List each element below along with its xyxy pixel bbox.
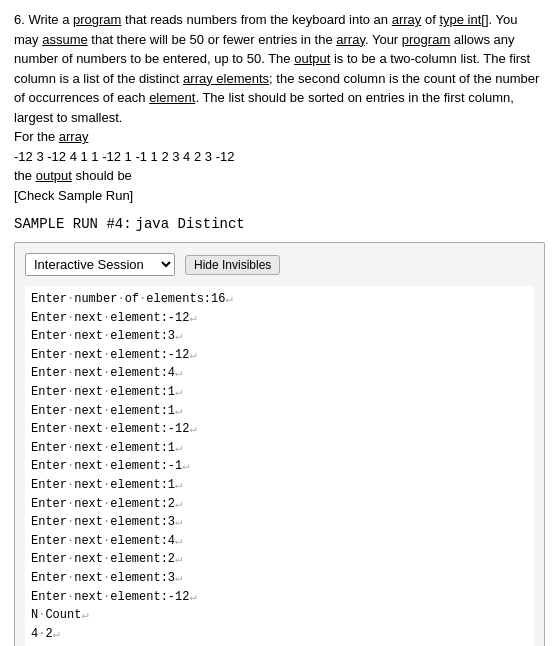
terminal-line: Enter·number·of·elements:16↵ bbox=[31, 290, 528, 309]
dot-char: · bbox=[67, 478, 74, 492]
dot-char: · bbox=[103, 552, 110, 566]
terminal-line: Enter·next·element:4↵ bbox=[31, 532, 528, 551]
dot-char: · bbox=[67, 422, 74, 436]
enter-char: ↵ bbox=[175, 441, 182, 455]
enter-char: ↵ bbox=[225, 292, 232, 306]
terminal-line: Enter·next·element:3↵ bbox=[31, 327, 528, 346]
terminal-line: N·Count↵ bbox=[31, 606, 528, 625]
dot-char: · bbox=[117, 292, 124, 306]
dot-char: · bbox=[67, 441, 74, 455]
enter-char: ↵ bbox=[175, 366, 182, 380]
dot-char: · bbox=[67, 590, 74, 604]
enter-char: ↵ bbox=[182, 459, 189, 473]
dot-char: · bbox=[38, 608, 45, 622]
dot-char: · bbox=[103, 385, 110, 399]
dot-char: · bbox=[139, 292, 146, 306]
dot-char: · bbox=[67, 292, 74, 306]
enter-char: ↵ bbox=[189, 590, 196, 604]
enter-char: ↵ bbox=[175, 571, 182, 585]
dot-char: · bbox=[103, 366, 110, 380]
terminal-line: Enter·next·element:3↵ bbox=[31, 513, 528, 532]
dot-char: · bbox=[103, 459, 110, 473]
hide-invisibles-button[interactable]: Hide Invisibles bbox=[185, 255, 280, 275]
terminal-line: Enter·next·element:2↵ bbox=[31, 550, 528, 569]
sample-run-command: java Distinct bbox=[136, 216, 245, 232]
dot-char: · bbox=[103, 571, 110, 585]
enter-char: ↵ bbox=[81, 608, 88, 622]
dot-char: · bbox=[38, 627, 45, 641]
dot-char: · bbox=[103, 404, 110, 418]
dot-char: · bbox=[103, 348, 110, 362]
main-container: 6. Write a program that reads numbers fr… bbox=[0, 0, 559, 646]
dot-char: · bbox=[67, 459, 74, 473]
dot-char: · bbox=[67, 534, 74, 548]
dot-char: · bbox=[67, 497, 74, 511]
dot-char: · bbox=[67, 366, 74, 380]
terminal-line: Enter·next·element:1↵ bbox=[31, 402, 528, 421]
terminal-output: Enter·number·of·elements:16↵Enter·next·e… bbox=[25, 286, 534, 646]
dot-char: · bbox=[103, 478, 110, 492]
dot-char: · bbox=[67, 571, 74, 585]
terminal-line: Enter·next·element:4↵ bbox=[31, 364, 528, 383]
terminal-line: Enter·next·element:-12↵ bbox=[31, 588, 528, 607]
problem-text: 6. Write a program that reads numbers fr… bbox=[14, 10, 545, 205]
terminal-line: Enter·next·element:2↵ bbox=[31, 495, 528, 514]
enter-char: ↵ bbox=[175, 478, 182, 492]
dot-char: · bbox=[103, 515, 110, 529]
terminal-line: Enter·next·element:1↵ bbox=[31, 439, 528, 458]
dot-char: · bbox=[67, 552, 74, 566]
interactive-box: Interactive Session Hide Invisibles Ente… bbox=[14, 242, 545, 646]
toolbar: Interactive Session Hide Invisibles bbox=[25, 253, 534, 276]
dot-char: · bbox=[67, 385, 74, 399]
terminal-line: Enter·next·element:-12↵ bbox=[31, 309, 528, 328]
enter-char: ↵ bbox=[175, 404, 182, 418]
dot-char: · bbox=[103, 497, 110, 511]
terminal-line: Enter·next·element:-1↵ bbox=[31, 457, 528, 476]
terminal-line: Enter·next·element:1↵ bbox=[31, 476, 528, 495]
enter-char: ↵ bbox=[53, 627, 60, 641]
dot-char: · bbox=[67, 515, 74, 529]
dot-char: · bbox=[103, 590, 110, 604]
enter-char: ↵ bbox=[175, 497, 182, 511]
sample-run-label: SAMPLE RUN #4: bbox=[14, 216, 132, 232]
enter-char: ↵ bbox=[175, 515, 182, 529]
enter-char: ↵ bbox=[175, 534, 182, 548]
enter-char: ↵ bbox=[189, 422, 196, 436]
dot-char: · bbox=[67, 404, 74, 418]
terminal-line: Enter·next·element:1↵ bbox=[31, 383, 528, 402]
terminal-line: 4·2↵ bbox=[31, 625, 528, 644]
dot-char: · bbox=[67, 311, 74, 325]
enter-char: ↵ bbox=[175, 552, 182, 566]
dot-char: · bbox=[103, 329, 110, 343]
enter-char: ↵ bbox=[175, 329, 182, 343]
enter-char: ↵ bbox=[189, 348, 196, 362]
dot-char: · bbox=[103, 422, 110, 436]
terminal-line: Enter·next·element:3↵ bbox=[31, 569, 528, 588]
enter-char: ↵ bbox=[189, 311, 196, 325]
enter-char: ↵ bbox=[175, 385, 182, 399]
dot-char: · bbox=[103, 311, 110, 325]
session-select[interactable]: Interactive Session bbox=[25, 253, 175, 276]
sample-run-header: SAMPLE RUN #4: java Distinct bbox=[14, 215, 545, 232]
dot-char: · bbox=[103, 534, 110, 548]
dot-char: · bbox=[67, 329, 74, 343]
terminal-line: Enter·next·element:-12↵ bbox=[31, 420, 528, 439]
terminal-line: Enter·next·element:-12↵ bbox=[31, 346, 528, 365]
dot-char: · bbox=[103, 441, 110, 455]
dot-char: · bbox=[67, 348, 74, 362]
